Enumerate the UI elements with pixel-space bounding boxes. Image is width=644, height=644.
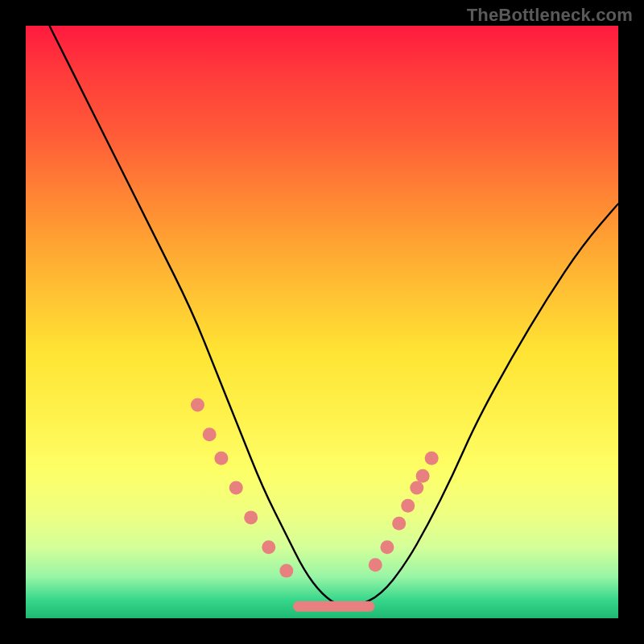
marker-dot [244, 510, 258, 524]
bottleneck-curve [49, 26, 618, 606]
marker-dot [214, 452, 228, 465]
marker-dot [410, 481, 423, 495]
marker-dot [392, 517, 406, 530]
chart-frame: TheBottleneck.com [0, 0, 644, 644]
marker-dot [416, 469, 430, 483]
marker-group [191, 398, 439, 578]
marker-dot [369, 558, 382, 572]
marker-dot [279, 564, 293, 578]
marker-dot [262, 540, 275, 554]
marker-dot [380, 540, 394, 554]
marker-dot [191, 398, 204, 412]
plot-area [26, 26, 618, 618]
marker-dot [401, 499, 415, 513]
chart-svg [26, 26, 618, 618]
marker-dot [203, 427, 217, 441]
attribution-text: TheBottleneck.com [467, 5, 633, 26]
marker-dot [425, 452, 439, 465]
marker-dot [229, 481, 243, 495]
